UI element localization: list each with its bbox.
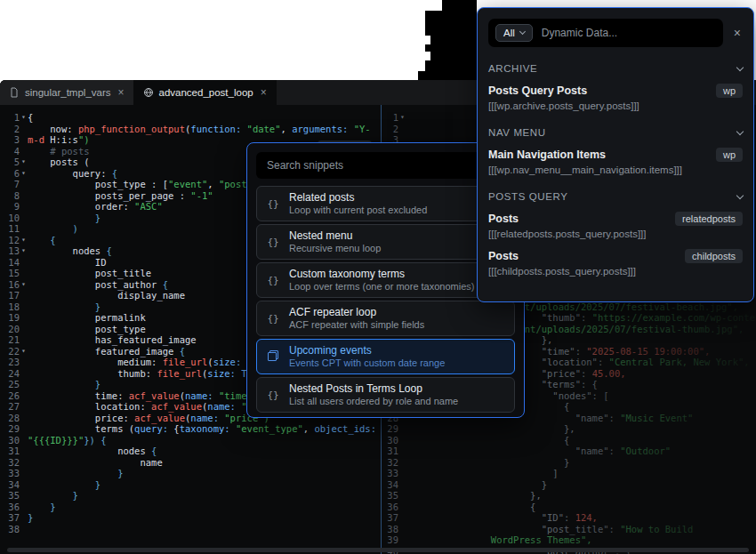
fold-spacer xyxy=(20,179,28,190)
line-number: 26 xyxy=(0,390,20,402)
fold-arrow-icon[interactable]: ▾ xyxy=(20,168,28,180)
code-text: } xyxy=(28,479,101,491)
fold-spacer xyxy=(20,146,28,157)
code-text: { xyxy=(28,112,33,124)
code-text: featured_image { xyxy=(28,346,185,357)
line-number: 28 xyxy=(0,413,20,424)
line-number: 1 xyxy=(382,112,398,124)
dynamic-data-item[interactable]: Postsrelatedposts[[[relatedposts.posts_q… xyxy=(488,212,743,239)
line-number: 2 xyxy=(0,124,20,135)
code-text: } xyxy=(28,512,33,524)
snippet-text: Upcoming eventsEvents CPT with custom da… xyxy=(289,344,445,369)
chevron-down-icon xyxy=(519,28,526,35)
line-number: 31 xyxy=(0,446,20,457)
code-text: "ID": 124, xyxy=(406,512,598,524)
snippet-item-upcoming-events[interactable]: Upcoming eventsEvents CPT with custom da… xyxy=(256,339,515,374)
fold-arrow-icon[interactable]: ▾ xyxy=(20,112,28,124)
tab-advanced-post-loop[interactable]: advanced_post_loop × xyxy=(134,80,277,105)
code-line: 33 } xyxy=(0,468,381,479)
code-text: WordPress Themes", xyxy=(406,534,592,546)
tab-close-icon[interactable]: × xyxy=(118,86,125,99)
snippet-title: Nested menu xyxy=(289,229,381,243)
fold-spacer xyxy=(20,390,28,402)
item-token: [[[wp.nav_menu__main_navigation.items]]] xyxy=(488,165,743,175)
code-line: 30 { xyxy=(382,435,756,446)
fold-spacer xyxy=(398,423,406,435)
line-number: 25 xyxy=(0,379,20,390)
fold-spacer xyxy=(20,134,28,146)
line-number: 35 xyxy=(382,490,398,502)
fold-arrow-icon[interactable]: ▾ xyxy=(20,245,28,257)
code-text: price: acf_value(name: "price") xyxy=(28,413,269,424)
tab-close-icon[interactable]: × xyxy=(261,86,267,99)
snippet-text: Nested menuRecursive menu loop xyxy=(289,229,381,254)
line-number: 33 xyxy=(0,468,20,479)
code-line: 36 { xyxy=(382,502,756,513)
code-text: { xyxy=(406,502,535,513)
fold-arrow-icon[interactable]: ▾ xyxy=(20,279,28,291)
item-token: [[[wp.archive.posts_query.posts]]] xyxy=(488,100,743,111)
item-title: Posts xyxy=(488,250,519,262)
line-number: 1 xyxy=(0,112,20,124)
line-number: 30 xyxy=(382,435,398,446)
close-icon[interactable]: × xyxy=(732,26,743,40)
source-badge: childposts xyxy=(685,249,743,263)
code-text: post_title xyxy=(28,268,151,279)
line-number: 2 xyxy=(382,124,398,135)
section-header-archive[interactable]: ARCHIVE xyxy=(488,63,743,74)
fold-spacer xyxy=(20,423,28,435)
fold-spacer xyxy=(20,446,28,457)
code-line: 1▾{ xyxy=(0,112,381,124)
dynamic-data-item[interactable]: Postschildposts[[[childposts.posts_query… xyxy=(488,249,743,277)
snippet-item-nested-posts-in-terms-loop[interactable]: {}Nested Posts in Terms LoopList all use… xyxy=(256,377,515,413)
tab-label: singular_tmpl_vars xyxy=(25,87,111,98)
code-text: ) xyxy=(28,223,78,235)
code-line: 33 ] xyxy=(382,468,756,479)
fold-arrow-icon[interactable]: ▾ xyxy=(20,235,28,246)
section-title: POSTS QUERY xyxy=(488,191,567,202)
item-token: [[[relatedposts.posts_query.posts]]] xyxy=(488,229,743,239)
code-text: ] xyxy=(406,468,559,479)
section-header-posts-query[interactable]: POSTS QUERY xyxy=(488,191,743,202)
fold-arrow-icon[interactable]: ▾ xyxy=(20,157,28,168)
fold-spacer xyxy=(20,124,28,135)
snippet-text: Nested Posts in Terms LoopList all users… xyxy=(289,382,458,407)
fold-spacer xyxy=(20,524,28,535)
fold-arrow-icon[interactable]: ▾ xyxy=(20,346,28,357)
section-header-nav-menu[interactable]: NAV MENU xyxy=(488,127,743,138)
section-title: ARCHIVE xyxy=(488,63,537,74)
fold-spacer xyxy=(20,512,28,524)
file-icon xyxy=(9,87,20,98)
snippet-subtitle: Recursive menu loop xyxy=(289,243,381,254)
tab-singular-tmpl-vars[interactable]: singular_tmpl_vars × xyxy=(0,80,134,105)
item-title: Posts Query Posts xyxy=(488,84,587,97)
code-line: 29 terms (query: {taxonomy: "event_type"… xyxy=(0,423,381,435)
fold-spacer xyxy=(20,257,28,269)
line-number: 17 xyxy=(0,290,20,301)
line-number: 29 xyxy=(382,423,398,435)
fold-arrow-icon[interactable]: ▾ xyxy=(398,112,406,124)
code-text: "name": "Outdoor" xyxy=(406,446,671,457)
dynamic-data-sections: ARCHIVEPosts Query Postswp[[[wp.archive.… xyxy=(488,63,743,277)
code-text: } xyxy=(28,213,101,224)
braces-icon: {} xyxy=(257,313,289,325)
snippet-item-acf-repeater-loop[interactable]: {}ACF repeater loopACF repeater with sim… xyxy=(256,301,515,336)
dynamic-data-search-input[interactable] xyxy=(542,27,716,39)
line-number: 36 xyxy=(382,502,398,513)
filter-select[interactable]: All xyxy=(495,24,533,42)
item-row: Postsrelatedposts xyxy=(488,212,743,226)
fold-spacer xyxy=(20,357,28,368)
dynamic-data-item[interactable]: Posts Query Postswp[[[wp.archive.posts_q… xyxy=(488,84,743,111)
dynamic-data-item[interactable]: Main Navigation Itemswp[[[wp.nav_menu__m… xyxy=(488,148,743,175)
braces-icon: {} xyxy=(257,198,289,210)
code-line: 39 WordPress Themes", xyxy=(382,534,756,546)
fold-spacer xyxy=(20,368,28,380)
braces-icon: {} xyxy=(257,389,289,401)
code-line: 34 } xyxy=(0,479,381,491)
horizontal-scrollbar[interactable] xyxy=(7,548,749,552)
line-number: 33 xyxy=(382,468,398,479)
code-line: 2 now: php_function_output(function: "da… xyxy=(0,124,381,135)
code-line: 30"{{{ID}}}"}) { xyxy=(0,435,381,446)
line-number: 36 xyxy=(0,502,20,513)
code-text: name xyxy=(28,457,163,469)
